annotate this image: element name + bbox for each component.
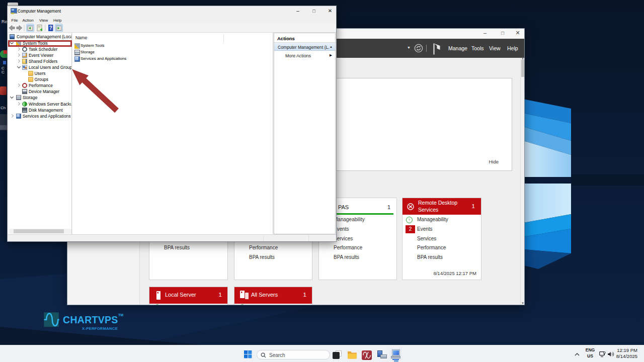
svg-text:X-PERFORMANCE: X-PERFORMANCE	[82, 326, 118, 331]
svg-text:?: ?	[49, 25, 52, 31]
svg-text:CHARTVPS: CHARTVPS	[63, 314, 118, 325]
svg-text:TM: TM	[118, 313, 123, 317]
